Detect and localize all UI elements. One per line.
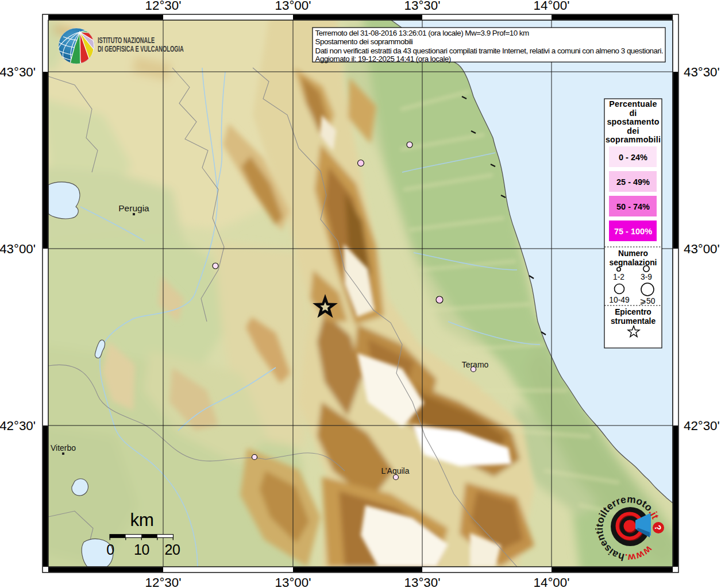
svg-text:42°30': 42°30' [684, 419, 720, 433]
svg-text:Perugia: Perugia [118, 203, 149, 213]
svg-text:DI GEOFISICA E VULCANOLOGIA: DI GEOFISICA E VULCANOLOGIA [98, 44, 184, 53]
svg-text:Aggiornato il: 19-12-2025 14:4: Aggiornato il: 19-12-2025 14:41 (ora loc… [315, 55, 451, 63]
svg-text:12°30': 12°30' [145, 575, 182, 588]
svg-text:Numero: Numero [618, 249, 648, 258]
svg-text:0 - 24%: 0 - 24% [619, 153, 647, 162]
svg-text:43°30': 43°30' [684, 65, 720, 79]
svg-text:L’Aquila: L’Aquila [381, 466, 409, 475]
svg-text:1-2: 1-2 [613, 273, 624, 281]
svg-text:Spostamento dei soprammobili: Spostamento dei soprammobili [315, 37, 413, 46]
svg-text:dei: dei [627, 126, 639, 136]
svg-text:50 - 74%: 50 - 74% [616, 202, 650, 211]
svg-text:14°00': 14°00' [534, 575, 570, 588]
svg-text:13°00': 13°00' [275, 0, 311, 13]
svg-text:Epicentro: Epicentro [615, 308, 651, 316]
svg-text:75 - 100%: 75 - 100% [614, 227, 652, 236]
svg-text:14°00': 14°00' [534, 0, 570, 13]
svg-text:25 - 49%: 25 - 49% [616, 177, 650, 187]
svg-text:spostamento: spostamento [607, 117, 659, 126]
svg-text:3-9: 3-9 [641, 273, 652, 281]
svg-text:strumentale: strumentale [611, 317, 656, 326]
svg-text:Dati non verificati estratti d: Dati non verificati estratti da 43 quest… [315, 47, 664, 55]
svg-text:13°00': 13°00' [275, 575, 311, 588]
svg-text:20: 20 [165, 541, 180, 558]
svg-text:di: di [629, 109, 637, 118]
svg-text:Viterbo: Viterbo [51, 443, 76, 452]
svg-text:10-49: 10-49 [609, 296, 630, 304]
svg-text:13°30': 13°30' [404, 575, 441, 588]
svg-text:0: 0 [106, 541, 114, 558]
svg-text:Terremoto del 31-08-2016 13:26: Terremoto del 31-08-2016 13:26:01 (ora l… [315, 29, 530, 37]
svg-text:43°00': 43°00' [0, 242, 36, 256]
svg-text:12°30': 12°30' [145, 0, 182, 13]
svg-text:13°30': 13°30' [404, 0, 441, 13]
svg-text:10: 10 [134, 541, 149, 558]
svg-text:42°30': 42°30' [0, 419, 36, 433]
svg-text:soprammobili: soprammobili [606, 135, 661, 144]
svg-text:Percentuale: Percentuale [609, 99, 657, 109]
svg-text:⩾50: ⩾50 [640, 297, 656, 305]
svg-text:km: km [130, 509, 154, 530]
svg-text:segnalazioni: segnalazioni [610, 258, 657, 267]
svg-text:43°00': 43°00' [684, 242, 720, 256]
svg-text:43°30': 43°30' [0, 65, 36, 79]
